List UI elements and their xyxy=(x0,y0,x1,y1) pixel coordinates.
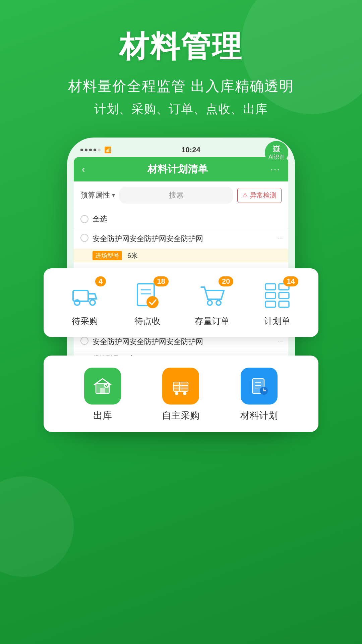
action-label-pending-receive: 待点收 xyxy=(134,315,161,327)
svg-point-24 xyxy=(175,392,178,395)
more-button[interactable]: ··· xyxy=(270,164,280,175)
bottom-icon-self-purchase[interactable]: 自主采购 xyxy=(162,368,199,422)
svg-rect-10 xyxy=(265,284,276,290)
action-label-stock-order: 存量订单 xyxy=(195,315,230,327)
action-item-pending-purchase[interactable]: 4 待采购 xyxy=(70,280,100,327)
select-all-radio[interactable] xyxy=(80,215,88,223)
outbound-label: 出库 xyxy=(93,409,112,422)
warning-icon: ⚠ xyxy=(242,192,248,199)
badge-stock-order: 20 xyxy=(219,276,233,286)
self-purchase-label: 自主采购 xyxy=(162,409,199,422)
action-item-pending-receive[interactable]: 18 待点收 xyxy=(132,280,163,327)
bottom-icon-material-plan[interactable]: 材料计划 xyxy=(240,368,278,422)
svg-point-25 xyxy=(183,392,186,395)
ai-identify-button[interactable]: 🖼 AI识别 xyxy=(265,141,288,164)
subtitle1: 材料量价全程监管 出入库精确透明 xyxy=(0,77,362,96)
action-item-stock-order[interactable]: 20 存量订单 xyxy=(195,280,230,327)
item-radio-2[interactable] xyxy=(80,337,88,345)
bottom-icons-card: 出库 自主采购 xyxy=(44,356,318,432)
action-label-plan-list: 计划单 xyxy=(264,315,290,327)
action-label-pending-purchase: 待采购 xyxy=(72,315,98,327)
material-plan-icon-box xyxy=(241,368,278,405)
svg-rect-17 xyxy=(100,388,105,394)
badge-pending-purchase: 4 xyxy=(95,276,106,286)
svg-point-8 xyxy=(207,301,212,305)
item-name-1: 安全防护网安全防护网安全防护网 xyxy=(93,234,282,244)
filter-button[interactable]: 预算属性 ▾ xyxy=(80,190,115,200)
svg-point-7 xyxy=(146,296,159,308)
svg-rect-14 xyxy=(265,301,276,307)
select-all-label: 全选 xyxy=(93,214,107,224)
svg-rect-12 xyxy=(265,292,276,299)
quick-actions-card: 4 待采购 18 待点收 xyxy=(44,268,318,337)
item-tag-1: 进场型号 xyxy=(93,251,122,260)
item-name-2: 安全防护网安全防护网安全防护网 xyxy=(93,337,282,347)
outbound-icon-box xyxy=(84,368,121,405)
header-title: 材料计划清单 xyxy=(147,162,208,176)
status-time: 10:24 xyxy=(181,146,200,154)
svg-point-9 xyxy=(216,301,221,305)
badge-plan-list: 14 xyxy=(283,276,298,286)
item-more-2[interactable]: ··· xyxy=(277,337,283,344)
anomaly-button[interactable]: ⚠ 异常检测 xyxy=(237,188,282,203)
search-input[interactable]: 搜索 xyxy=(119,187,233,204)
subtitle2: 计划、采购、订单、点收、出库 xyxy=(0,101,362,117)
item-spec-val-1: 6米 xyxy=(127,251,138,260)
svg-rect-15 xyxy=(279,301,289,307)
svg-point-2 xyxy=(90,300,95,305)
item-radio-1[interactable] xyxy=(80,234,88,242)
item-more-1[interactable]: ··· xyxy=(277,234,283,241)
action-item-plan-list[interactable]: 14 计划单 xyxy=(262,280,292,327)
self-purchase-icon-box xyxy=(162,368,199,405)
svg-rect-19 xyxy=(173,382,188,391)
main-title: 材料管理 xyxy=(0,27,362,67)
material-plan-label: 材料计划 xyxy=(240,409,278,422)
app-header: ‹ 材料计划清单 ··· xyxy=(74,157,288,181)
chevron-down-icon: ▾ xyxy=(112,192,115,199)
bottom-icon-outbound[interactable]: 出库 xyxy=(84,368,121,422)
back-button[interactable]: ‹ xyxy=(82,164,85,175)
svg-rect-0 xyxy=(73,290,88,301)
svg-rect-13 xyxy=(279,292,289,299)
badge-pending-receive: 18 xyxy=(154,276,168,286)
